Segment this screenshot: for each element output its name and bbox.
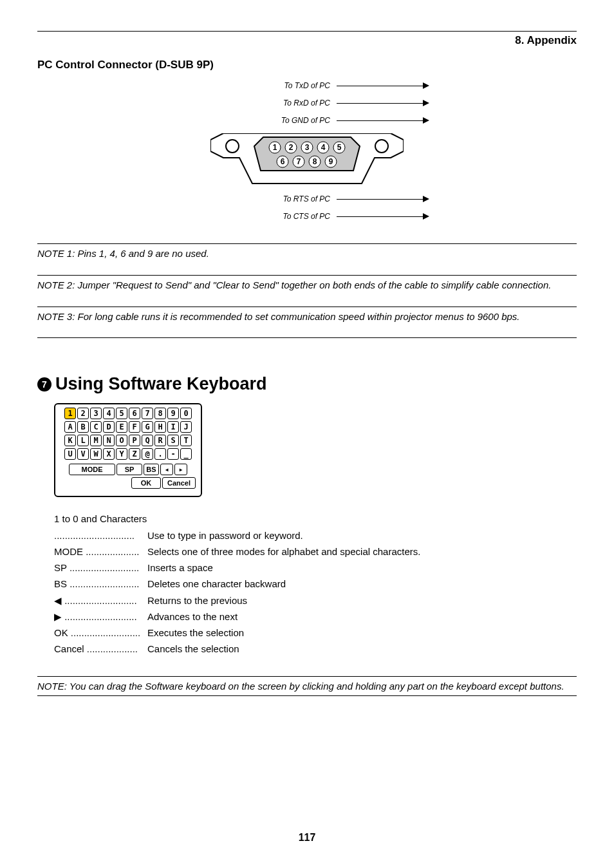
keyboard-key[interactable]: V	[77, 448, 89, 460]
keyboard-key[interactable]: P	[129, 435, 140, 446]
keyboard-key[interactable]: 0	[180, 408, 192, 419]
svg-text:3: 3	[305, 143, 310, 152]
backspace-button[interactable]: BS	[144, 464, 159, 475]
signal-label: To RTS of PC	[185, 194, 333, 203]
signal-label: To GND of PC	[185, 116, 333, 125]
keyboard-key[interactable]: -	[167, 448, 179, 460]
keyboard-key[interactable]: Y	[116, 448, 127, 460]
keyboard-key[interactable]: L	[77, 435, 89, 446]
keyboard-key[interactable]: 5	[116, 408, 127, 419]
keyboard-key[interactable]: 1	[64, 408, 76, 419]
desc-row: SP ..........................Inserts a s…	[54, 560, 577, 575]
svg-point-1	[226, 140, 239, 153]
note-separator	[37, 337, 577, 338]
keyboard-key[interactable]: T	[180, 435, 192, 446]
keyboard-key[interactable]: F	[129, 421, 140, 433]
keyboard-key[interactable]: Q	[142, 435, 153, 446]
chapter-title: 8. Appendix	[37, 34, 577, 47]
keyboard-key[interactable]: _	[180, 448, 192, 460]
signal-label: To CTS of PC	[185, 212, 333, 221]
section-number-icon: 7	[37, 377, 51, 392]
signal-label: To RxD of PC	[185, 99, 333, 108]
keyboard-key[interactable]: 6	[129, 408, 140, 419]
arrow-icon	[423, 213, 429, 220]
keyboard-key[interactable]: Z	[129, 448, 140, 460]
desc-row: OK ..........................Executes th…	[54, 625, 577, 640]
software-keyboard: 1 2 3 4 5 6 7 8 9 0 A B C D E F G H I J …	[54, 403, 202, 497]
svg-text:7: 7	[297, 157, 301, 166]
ok-button[interactable]: OK	[131, 477, 161, 489]
keyboard-key[interactable]: @	[142, 448, 153, 460]
keyboard-key[interactable]: S	[167, 435, 179, 446]
arrow-icon	[423, 117, 429, 124]
keyboard-key[interactable]: 9	[167, 408, 179, 419]
keyboard-key[interactable]: N	[103, 435, 115, 446]
bottom-signals: To RTS of PC To CTS of PC	[185, 191, 429, 224]
keyboard-key[interactable]: D	[103, 421, 115, 433]
svg-text:9: 9	[329, 157, 333, 166]
dsub-connector: 1 2 3 4 5 6 7 8 9	[210, 133, 404, 185]
keyboard-key[interactable]: R	[154, 435, 166, 446]
keyboard-key[interactable]: 2	[77, 408, 89, 419]
svg-text:2: 2	[289, 143, 293, 152]
page-number: 117	[0, 832, 614, 844]
keyboard-key[interactable]: E	[116, 421, 127, 433]
keyboard-key[interactable]: W	[90, 448, 102, 460]
desc-row: ▶ ...........................Advances to…	[54, 609, 577, 624]
desc-row: ..............................Use to typ…	[54, 528, 577, 543]
note-text: NOTE 2: Jumper "Request to Send" and "Cl…	[37, 276, 577, 292]
keyboard-key[interactable]: G	[142, 421, 153, 433]
keyboard-key[interactable]: 8	[154, 408, 166, 419]
svg-point-2	[375, 140, 388, 153]
note-separator	[37, 695, 577, 696]
keyboard-key[interactable]: 7	[142, 408, 153, 419]
signal-label: To TxD of PC	[185, 81, 333, 90]
subheading: PC Control Connector (D-SUB 9P)	[37, 59, 577, 71]
keyboard-key[interactable]: 3	[90, 408, 102, 419]
note-text: NOTE: You can drag the Software keyboard…	[37, 677, 577, 693]
keyboard-key[interactable]: I	[167, 421, 179, 433]
connector-diagram: To TxD of PC To RxD of PC To GND of PC 1…	[37, 78, 577, 229]
mode-button[interactable]: MODE	[69, 464, 115, 475]
desc-row: Cancel ...................Cancels the se…	[54, 641, 577, 656]
svg-text:4: 4	[321, 143, 326, 152]
space-button[interactable]: SP	[116, 464, 142, 475]
keyboard-key[interactable]: H	[154, 421, 166, 433]
keyboard-key[interactable]: A	[64, 421, 76, 433]
keyboard-key[interactable]: O	[116, 435, 127, 446]
keyboard-key[interactable]: U	[64, 448, 76, 460]
section-title: Using Software Keyboard	[55, 374, 267, 394]
top-rule	[37, 31, 577, 32]
section-heading: 7 Using Software Keyboard	[37, 374, 577, 394]
desc-header: 1 to 0 and Characters	[54, 511, 577, 526]
note-text: NOTE 1: Pins 1, 4, 6 and 9 are no used.	[37, 244, 577, 261]
note-text: NOTE 3: For long cable runs it is recomm…	[37, 307, 577, 324]
arrow-icon	[423, 196, 429, 202]
arrow-icon	[423, 82, 429, 89]
keyboard-key[interactable]: C	[90, 421, 102, 433]
svg-text:6: 6	[281, 157, 285, 166]
keyboard-key[interactable]: 4	[103, 408, 115, 419]
arrow-icon	[423, 100, 429, 106]
svg-text:5: 5	[337, 143, 342, 152]
svg-text:1: 1	[273, 143, 277, 152]
desc-row: ◀ ...........................Returns to …	[54, 593, 577, 608]
desc-row: BS ..........................Deletes one…	[54, 576, 577, 591]
keyboard-key[interactable]: .	[154, 448, 166, 460]
top-signals: To TxD of PC To RxD of PC To GND of PC	[185, 78, 429, 128]
keyboard-key[interactable]: B	[77, 421, 89, 433]
keyboard-key[interactable]: X	[103, 448, 115, 460]
left-arrow-button[interactable]: ◂	[160, 464, 173, 475]
cancel-button[interactable]: Cancel	[162, 477, 196, 489]
desc-row: MODE ....................Selects one of …	[54, 544, 577, 559]
keyboard-key[interactable]: K	[64, 435, 76, 446]
keyboard-key[interactable]: M	[90, 435, 102, 446]
svg-text:8: 8	[313, 157, 317, 166]
right-arrow-button[interactable]: ▸	[174, 464, 187, 475]
keyboard-key[interactable]: J	[180, 421, 192, 433]
